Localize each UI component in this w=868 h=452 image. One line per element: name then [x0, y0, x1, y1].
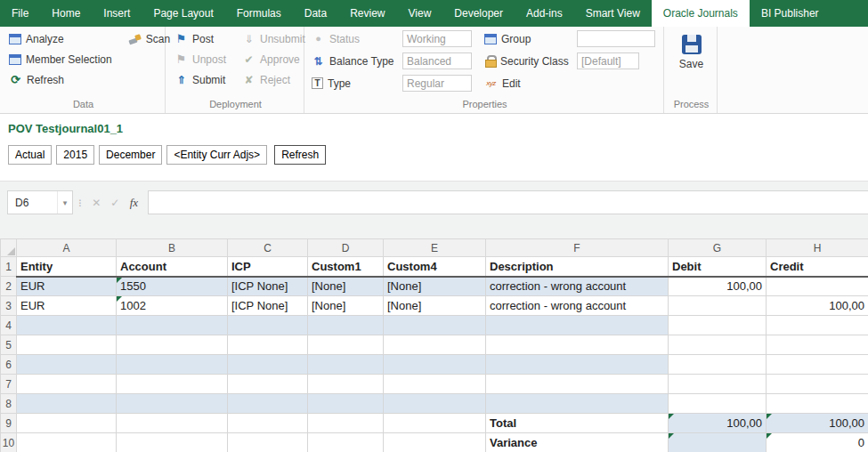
cell-G9[interactable]: 100,00 — [669, 414, 767, 433]
cell-G7[interactable] — [669, 375, 767, 394]
cell-D3[interactable]: [None] — [308, 296, 384, 316]
cell-C2[interactable]: [ICP None] — [228, 277, 308, 296]
tab-page-layout[interactable]: Page Layout — [142, 0, 224, 27]
name-box-dropdown-icon[interactable]: ▾ — [57, 191, 72, 214]
security-class-field[interactable]: [Default] — [577, 52, 639, 69]
cell-C4[interactable] — [228, 316, 308, 335]
tab-oracle-journals[interactable]: Oracle Journals — [652, 0, 750, 27]
cell-A3[interactable]: EUR — [17, 296, 117, 316]
row-header-6[interactable]: 6 — [1, 355, 17, 375]
analyze-button[interactable]: Analyze — [7, 30, 114, 47]
column-header-g[interactable]: G — [669, 239, 767, 257]
cell-B2[interactable]: 1550 — [117, 277, 228, 296]
cell-B8[interactable] — [117, 394, 228, 414]
cell-H4[interactable] — [767, 316, 868, 335]
cell-E2[interactable]: [None] — [384, 277, 486, 296]
row-header-7[interactable]: 7 — [1, 375, 17, 394]
tab-add-ins[interactable]: Add-ins — [515, 0, 574, 27]
column-header-d[interactable]: D — [308, 239, 384, 257]
cell-D10[interactable] — [308, 433, 384, 452]
cell-E5[interactable] — [384, 335, 486, 355]
cell-A4[interactable] — [17, 316, 117, 335]
save-button[interactable]: Save — [671, 30, 711, 70]
cell-B10[interactable] — [117, 433, 228, 452]
cell-A7[interactable] — [17, 375, 117, 394]
cell-G6[interactable] — [669, 355, 767, 375]
cell-H5[interactable] — [767, 335, 868, 355]
row-header-5[interactable]: 5 — [1, 335, 17, 355]
tab-bi-publisher[interactable]: BI Publisher — [750, 0, 831, 27]
cell-B1[interactable]: Account — [117, 257, 228, 277]
cell-C7[interactable] — [228, 375, 308, 394]
cell-C6[interactable] — [228, 355, 308, 375]
row-header-8[interactable]: 8 — [1, 394, 17, 414]
cell-G3[interactable] — [669, 296, 767, 316]
cell-A1[interactable]: Entity — [17, 257, 117, 277]
cell-F10[interactable]: Variance — [486, 433, 669, 452]
tab-review[interactable]: Review — [338, 0, 396, 27]
cell-A9[interactable] — [17, 414, 117, 433]
row-header-3[interactable]: 3 — [1, 296, 17, 316]
member-selection-button[interactable]: Member Selection — [7, 51, 114, 68]
cell-H8[interactable] — [767, 394, 868, 414]
cell-F2[interactable]: correction - wrong account — [486, 277, 669, 296]
tab-formulas[interactable]: Formulas — [225, 0, 293, 27]
column-header-e[interactable]: E — [384, 239, 486, 257]
cell-E7[interactable] — [384, 375, 486, 394]
cell-D4[interactable] — [308, 316, 384, 335]
column-header-h[interactable]: H — [767, 239, 868, 257]
pov-member-value[interactable]: <Entity Curr Adjs> — [166, 145, 267, 165]
cell-E8[interactable] — [384, 394, 486, 414]
cell-H1[interactable]: Credit — [767, 257, 868, 277]
cell-F3[interactable]: correction - wrong account — [486, 296, 669, 316]
cell-F1[interactable]: Description — [486, 257, 669, 277]
cell-E6[interactable] — [384, 355, 486, 375]
cell-F7[interactable] — [486, 375, 669, 394]
cell-B4[interactable] — [117, 316, 228, 335]
cell-E9[interactable] — [384, 414, 486, 433]
pov-member-period[interactable]: December — [99, 145, 162, 165]
cell-F5[interactable] — [486, 335, 669, 355]
formula-input[interactable] — [148, 190, 868, 214]
cell-H7[interactable] — [767, 375, 868, 394]
cell-B7[interactable] — [117, 375, 228, 394]
pov-member-year[interactable]: 2015 — [56, 145, 94, 165]
approve-button[interactable]: Approve — [240, 51, 307, 68]
name-box[interactable]: D6 ▾ — [7, 190, 73, 214]
tab-home[interactable]: Home — [40, 0, 92, 27]
cell-D9[interactable] — [308, 414, 384, 433]
cell-A6[interactable] — [17, 355, 117, 375]
select-all-corner[interactable] — [1, 239, 17, 257]
cell-D2[interactable]: [None] — [308, 277, 384, 296]
column-header-c[interactable]: C — [228, 239, 308, 257]
row-header-2[interactable]: 2 — [1, 277, 17, 296]
cell-G10[interactable] — [669, 433, 767, 452]
refresh-button[interactable]: Refresh — [7, 71, 114, 88]
cell-F8[interactable] — [486, 394, 669, 414]
group-field[interactable] — [577, 30, 655, 47]
unpost-button[interactable]: Unpost — [173, 51, 228, 68]
cell-D1[interactable]: Custom1 — [308, 257, 384, 277]
cell-A10[interactable] — [17, 433, 117, 452]
cell-H2[interactable] — [767, 277, 868, 296]
tab-file[interactable]: File — [0, 0, 40, 27]
cell-F6[interactable] — [486, 355, 669, 375]
cell-E3[interactable]: [None] — [384, 296, 486, 316]
reject-button[interactable]: Reject — [240, 71, 307, 88]
cell-H6[interactable] — [767, 355, 868, 375]
submit-button[interactable]: Submit — [173, 71, 228, 88]
cell-G2[interactable]: 100,00 — [669, 277, 767, 296]
tab-developer[interactable]: Developer — [442, 0, 515, 27]
cell-C5[interactable] — [228, 335, 308, 355]
row-header-1[interactable]: 1 — [1, 257, 17, 277]
cell-C9[interactable] — [228, 414, 308, 433]
pov-member-scenario[interactable]: Actual — [8, 145, 52, 165]
cell-G5[interactable] — [669, 335, 767, 355]
cell-D8[interactable] — [308, 394, 384, 414]
tab-insert[interactable]: Insert — [92, 0, 142, 27]
cell-F4[interactable] — [486, 316, 669, 335]
edit-button[interactable]: Edit — [484, 75, 521, 92]
cell-H3[interactable]: 100,00 — [767, 296, 868, 316]
column-header-b[interactable]: B — [117, 239, 228, 257]
cancel-icon[interactable]: ✕ — [87, 197, 106, 209]
